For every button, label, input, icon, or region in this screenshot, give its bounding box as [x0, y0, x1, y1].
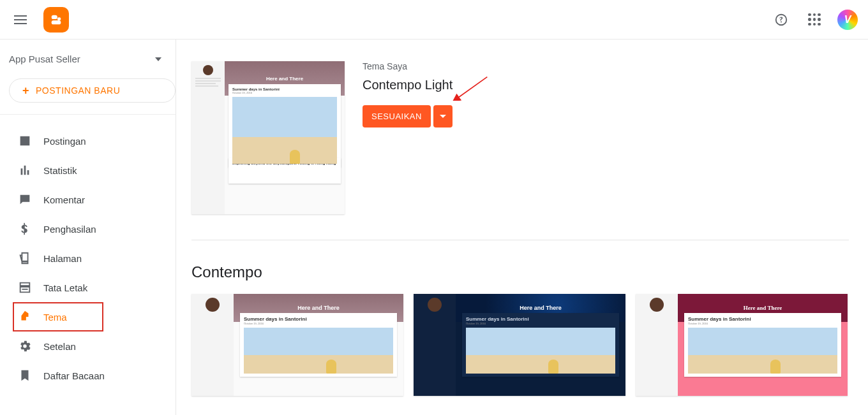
blog-name: App Pusat Seller	[9, 54, 80, 64]
theme-card-contempo-rose[interactable]: Here and There Summer days in SantoriniO…	[636, 294, 848, 396]
gear-icon	[18, 339, 32, 353]
triangle-down-icon	[440, 115, 446, 118]
new-post-label: POSTINGAN BARU	[36, 85, 120, 96]
nav-theme[interactable]: Tema	[13, 302, 103, 331]
nav-label: Komentar	[43, 194, 85, 205]
nav-reading-list[interactable]: Daftar Bacaan	[0, 361, 176, 390]
nav-label: Setelan	[43, 341, 76, 352]
theme-label: Tema Saya	[363, 61, 453, 71]
svg-rect-2	[57, 17, 61, 20]
nav-label: Postingan	[43, 136, 86, 147]
customize-dropdown-button[interactable]	[433, 105, 453, 127]
bookmark-icon	[18, 368, 32, 382]
menu-icon[interactable]	[8, 6, 36, 34]
sidebar: App Pusat Seller + POSTINGAN BARU Postin…	[0, 40, 176, 415]
theme-card-contempo-dark[interactable]: Here and There Summer days in SantoriniO…	[414, 294, 625, 396]
blogger-logo[interactable]	[43, 7, 69, 33]
theme-info: Tema Saya Contempo Light SESUAIKAN	[363, 61, 453, 127]
theme-name: Contempo Light	[363, 78, 453, 92]
nav-label: Tata Letak	[43, 282, 87, 293]
annotation-arrow	[445, 75, 497, 101]
nav-label: Penghasilan	[43, 224, 96, 235]
current-theme-thumbnail[interactable]: Here and There Summer days in Santorini …	[191, 61, 345, 214]
help-icon[interactable]	[774, 12, 789, 27]
post-icon	[18, 134, 32, 148]
current-theme-row: Here and There Summer days in Santorini …	[191, 61, 849, 240]
main: Here and There Summer days in Santorini …	[176, 40, 868, 415]
thumb-card-title: Summer days in Santorini	[244, 316, 393, 322]
nav: Postingan Statistik Komentar Penghasilan…	[0, 115, 176, 402]
nav-label: Daftar Bacaan	[43, 370, 105, 381]
thumb-hero-title: Here and There	[297, 305, 340, 311]
nav-layout[interactable]: Tata Letak	[0, 273, 176, 302]
layout-icon	[18, 280, 32, 295]
customize-label: SESUAIKAN	[371, 112, 422, 121]
blog-selector[interactable]: App Pusat Seller	[0, 48, 176, 69]
theme-grid: Here and There Summer days in SantoriniO…	[191, 294, 849, 396]
dollar-icon	[18, 222, 32, 236]
stats-icon	[18, 163, 32, 177]
nav-posts[interactable]: Postingan	[0, 126, 176, 156]
chevron-down-icon	[155, 57, 161, 61]
apps-icon[interactable]	[808, 13, 821, 26]
nav-label: Statistik	[43, 165, 77, 176]
customize-button[interactable]: SESUAIKAN	[363, 105, 431, 127]
nav-label: Halaman	[43, 253, 82, 264]
thumb-hero-title: Here and There	[520, 305, 562, 311]
thumb-hero-title: Here and There	[266, 76, 303, 82]
nav-label: Tema	[43, 312, 67, 323]
theme-card-contempo-light[interactable]: Here and There Summer days in SantoriniO…	[191, 294, 403, 396]
nav-settings[interactable]: Setelan	[0, 331, 176, 361]
nav-pages[interactable]: Halaman	[0, 244, 176, 273]
avatar[interactable]: V	[837, 10, 858, 30]
topbar: V	[0, 0, 868, 40]
thumb-card-title: Summer days in Santorini	[466, 316, 615, 322]
nav-comments[interactable]: Komentar	[0, 185, 176, 214]
thumb-hero-title: Here and There	[744, 305, 782, 311]
svg-rect-0	[52, 15, 57, 18]
theme-icon	[18, 310, 32, 324]
pages-icon	[18, 251, 32, 265]
comment-icon	[18, 193, 32, 207]
nav-earnings[interactable]: Penghasilan	[0, 214, 176, 244]
nav-stats[interactable]: Statistik	[0, 156, 176, 185]
thumb-card-title: Summer days in Santorini	[688, 316, 837, 322]
section-title-contempo: Contempo	[191, 263, 849, 281]
new-post-button[interactable]: + POSTINGAN BARU	[9, 78, 176, 103]
svg-rect-1	[52, 20, 61, 24]
